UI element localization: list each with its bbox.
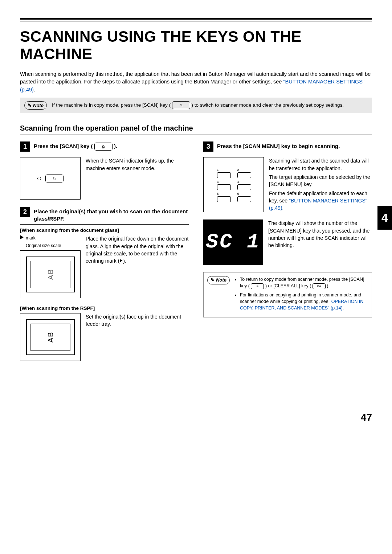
step-1-number: 1 <box>20 141 30 152</box>
subtitle: Scanning from the operation panel of the… <box>20 124 372 135</box>
scan-key-icon: ⎙ <box>172 101 190 109</box>
step-1-diagram: ⎙ <box>20 157 81 200</box>
step-2-glass-text: Place the original face down on the docu… <box>86 235 189 298</box>
mark-label: mark <box>20 235 81 241</box>
triangle-right-icon <box>20 235 24 241</box>
scan-key-icon: ⎙ <box>94 143 113 151</box>
step-3-body-b: SC 1 The display will show the number of… <box>203 219 372 265</box>
step-2-number: 2 <box>20 207 30 217</box>
ab-label: AB <box>45 332 56 343</box>
pencil-icon <box>211 277 215 284</box>
step-2-glass-body: mark Original size scale AB Place the or… <box>20 235 189 298</box>
step-1-title: Press the [SCAN] key ( ⎙ ). <box>34 141 117 151</box>
triangle-right-icon <box>120 258 123 263</box>
step-3-body-a: 1 2 3 4 5 6 Scanning will start and the … <box>203 157 372 212</box>
step-3-text-block-a: Scanning will start and the scanned data… <box>269 157 372 212</box>
note-label: Note <box>33 102 44 109</box>
clear-all-key-icon: CA <box>313 283 326 289</box>
note-badge: Note <box>207 276 230 284</box>
scan-key-icon: ⎙ <box>251 283 264 289</box>
intro-after: . <box>34 87 35 93</box>
document-glass-diagram: AB <box>20 250 81 298</box>
keypad-button-2 <box>237 172 251 178</box>
scale-label: Original size scale <box>20 243 81 249</box>
rspf-diagram: AB <box>20 313 81 361</box>
step-2-rspf-body: AB Set the original(s) face up in the do… <box>20 313 189 361</box>
glass-subhead: [When scanning from the document glass] <box>20 227 189 233</box>
bottom-note-item-2: For limitations on copying and printing … <box>240 292 368 311</box>
header-rule <box>20 18 372 21</box>
keypad-button-5 <box>217 196 231 202</box>
note-badge: Note <box>24 101 47 110</box>
keypad-button-1 <box>217 172 231 178</box>
bottom-note: Note To return to copy mode from scanner… <box>203 272 372 317</box>
right-column: 4 3 Press the [SCAN MENU] key to begin s… <box>203 137 372 423</box>
rspf-subhead: [When scanning from the RSPF] <box>20 305 189 311</box>
keypad-button-3 <box>217 184 231 190</box>
indicator-icon <box>37 177 41 180</box>
step-3-title: Press the [SCAN MENU] key to begin scann… <box>217 141 340 150</box>
keypad-button-6 <box>237 196 251 202</box>
scan-key-icon: ⎙ <box>45 175 64 182</box>
scan-menu-keypad-diagram: 1 2 3 4 5 6 <box>203 157 264 212</box>
bottom-note-list: To return to copy mode from scanner mode… <box>234 276 368 313</box>
step-2-title: Place the original(s) that you wish to s… <box>34 207 189 222</box>
step-1-text: When the SCAN indicator lights up, the m… <box>86 157 189 200</box>
ab-label: AB <box>45 269 56 280</box>
intro-paragraph: When scanning is performed by this metho… <box>20 70 372 94</box>
step-3-header: 3 Press the [SCAN MENU] key to begin sca… <box>203 141 372 154</box>
segment-display: SC 1 <box>203 219 263 265</box>
note-label: Note <box>216 277 226 284</box>
keypad-button-4 <box>237 184 251 190</box>
step-1-body: ⎙ When the SCAN indicator lights up, the… <box>20 157 189 200</box>
left-column: 1 Press the [SCAN] key ( ⎙ ). ⎙ When the… <box>20 137 189 423</box>
content-columns: 1 Press the [SCAN] key ( ⎙ ). ⎙ When the… <box>20 137 372 423</box>
step-2-header: 2 Place the original(s) that you wish to… <box>20 207 189 225</box>
step-3-text-block-b: The display will show the number of the … <box>268 219 372 265</box>
page-number: 47 <box>203 412 372 423</box>
step-2-rspf-text: Set the original(s) face up in the docum… <box>86 313 189 361</box>
top-note: Note If the machine is in copy mode, pre… <box>20 98 372 114</box>
step-1-header: 1 Press the [SCAN] key ( ⎙ ). <box>20 141 189 154</box>
chapter-tab: 4 <box>377 206 392 230</box>
top-note-text: If the machine is in copy mode, press th… <box>52 101 344 109</box>
step-3-number: 3 <box>203 141 213 152</box>
pencil-icon <box>28 102 32 109</box>
page-title: SCANNING USING THE KEYS ON THE MACHINE <box>20 28 372 63</box>
bottom-note-item-1: To return to copy mode from scanner mode… <box>240 276 368 289</box>
